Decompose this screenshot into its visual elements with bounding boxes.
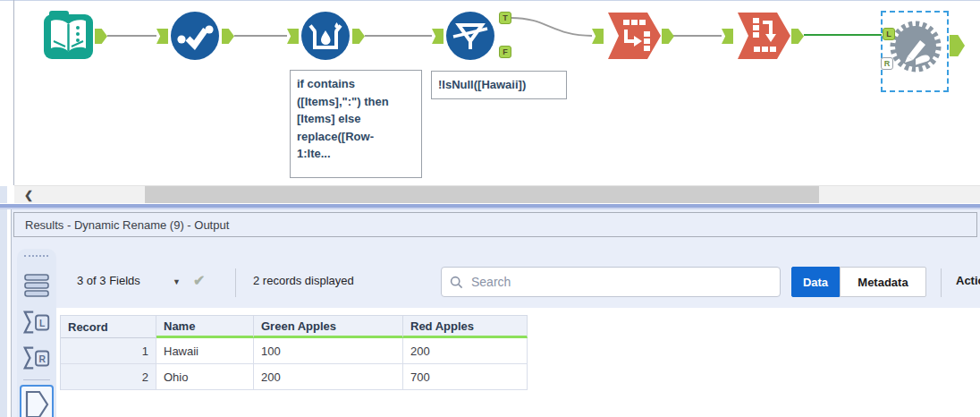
records-summary: 2 records displayed [253, 274, 354, 287]
table-cell[interactable]: Ohio [156, 364, 254, 390]
record-number-cell[interactable]: 2 [61, 364, 156, 390]
svg-text:L: L [39, 319, 46, 328]
panel-splitter[interactable] [0, 203, 980, 209]
annotation-line: if contains [297, 75, 415, 93]
transpose-input-anchor[interactable] [592, 29, 604, 44]
wire-filter-true-transpose [511, 18, 592, 36]
search-input-box[interactable] [441, 267, 781, 297]
cross-tab-tool[interactable] [736, 12, 791, 64]
crosstab-input-anchor[interactable] [722, 29, 733, 44]
output-anchor-icon [23, 389, 50, 417]
filter-tool[interactable] [445, 11, 495, 64]
dynamicrename-output-anchor[interactable] [950, 35, 965, 56]
input-output-anchor[interactable] [95, 29, 107, 44]
formula-annotation[interactable]: if contains ([Items],":") then [Items] e… [290, 70, 422, 178]
stacked-rows-icon [23, 272, 50, 299]
scrollbar-thumb[interactable] [145, 186, 819, 204]
table-cell[interactable]: 200 [403, 338, 528, 364]
table-cell[interactable]: Hawaii [156, 338, 254, 364]
select-input-anchor[interactable] [156, 29, 168, 44]
annotation-text: !IsNull([Hawaii]) [438, 78, 526, 91]
crosstab-output-anchor[interactable] [791, 29, 804, 44]
filter-icon [445, 11, 495, 61]
anchor-letter-f: F [503, 47, 508, 56]
table-cell[interactable]: 700 [403, 364, 528, 390]
filter-true-anchor[interactable]: T [499, 12, 511, 24]
drag-handle-icon[interactable] [24, 255, 48, 257]
results-panel: Results - Dynamic Rename (9) - Output L [11, 209, 980, 417]
formula-icon [300, 11, 351, 61]
fields-summary: 3 of 3 Fields [77, 274, 140, 287]
toolbar-divider [235, 268, 236, 297]
anchor-right-input-button[interactable]: R [21, 344, 52, 372]
filter-input-anchor[interactable] [432, 29, 444, 44]
toolbar-divider [941, 268, 942, 297]
sigma-l-icon: L [21, 308, 52, 336]
select-output-anchor[interactable] [222, 29, 234, 44]
results-panel-header[interactable]: Results - Dynamic Rename (9) - Output [13, 212, 977, 237]
anchor-output-button-selected[interactable] [20, 385, 54, 417]
anchor-letter-l: L [886, 30, 891, 38]
scroll-left-arrow-icon[interactable]: ❮ [20, 186, 38, 204]
formula-input-anchor[interactable] [287, 29, 299, 44]
table-cell[interactable]: 100 [254, 338, 403, 364]
dynamic-rename-icon [888, 19, 943, 74]
search-icon [450, 276, 463, 289]
anchor-selector-strip: L R [17, 249, 56, 417]
transpose-icon [606, 12, 662, 60]
metadata-tab-button[interactable]: Metadata [840, 267, 926, 297]
table-row: 2 Ohio 200 700 [61, 364, 528, 390]
dynamic-rename-tool[interactable] [888, 19, 943, 78]
select-tool[interactable] [170, 11, 220, 64]
annotation-line: 1:Ite... [297, 145, 415, 163]
transpose-output-anchor[interactable] [662, 29, 674, 44]
results-table: Record Name Green Apples Red Apples 1 Ha… [60, 315, 528, 390]
input-data-icon [43, 11, 95, 60]
table-row: 1 Hawaii 100 200 [61, 338, 528, 364]
dynamicrename-right-anchor[interactable]: R [881, 57, 893, 70]
column-header-green-apples[interactable]: Green Apples [254, 316, 403, 338]
formula-output-anchor[interactable] [352, 29, 365, 44]
svg-text:R: R [38, 354, 46, 364]
input-data-tool[interactable] [43, 11, 95, 64]
column-header-name[interactable]: Name [156, 316, 254, 338]
annotation-line: [Items] else [297, 110, 415, 128]
record-number-cell[interactable]: 1 [61, 338, 156, 364]
strip-divider [23, 379, 50, 380]
results-title: Results - Dynamic Rename (9) - Output [25, 218, 229, 232]
apply-check-icon[interactable]: ✔ [193, 272, 205, 289]
filter-false-anchor[interactable]: F [499, 46, 511, 58]
alteryx-designer-window: T F [0, 0, 980, 417]
results-grid-area: Record Name Green Apples Red Apples 1 Ha… [56, 308, 980, 417]
anchor-letter-t: T [503, 13, 508, 22]
table-cell[interactable]: 200 [254, 364, 403, 390]
workflow-canvas[interactable]: T F [0, 0, 980, 186]
formula-tool[interactable] [300, 11, 351, 64]
search-input[interactable] [469, 274, 780, 290]
anchor-letter-r: R [884, 59, 891, 68]
column-header-record[interactable]: Record [61, 316, 156, 338]
chevron-down-icon[interactable]: ▼ [173, 277, 181, 286]
actions-menu[interactable]: Actions [956, 274, 980, 287]
cross-tab-icon [736, 12, 791, 60]
dynamicrename-left-anchor[interactable]: L [883, 28, 895, 40]
canvas-horizontal-scrollbar[interactable]: ❮ [14, 185, 980, 204]
canvas-left-border [13, 0, 14, 185]
fields-summary-dropdown[interactable]: 3 of 3 Fields [77, 274, 140, 287]
column-header-red-apples[interactable]: Red Apples [403, 316, 528, 338]
transpose-tool[interactable] [606, 12, 662, 64]
select-icon [170, 11, 220, 61]
anchor-left-input-button[interactable]: L [21, 308, 52, 336]
sigma-r-icon: R [21, 344, 52, 372]
table-header-row: Record Name Green Apples Red Apples [61, 316, 528, 338]
anchor-all-button[interactable] [21, 272, 52, 299]
annotation-line: replace([Row- [297, 128, 415, 146]
filter-annotation[interactable]: !IsNull([Hawaii]) [431, 71, 567, 99]
annotation-line: ([Items],":") then [297, 93, 415, 111]
data-tab-button[interactable]: Data [791, 267, 840, 297]
